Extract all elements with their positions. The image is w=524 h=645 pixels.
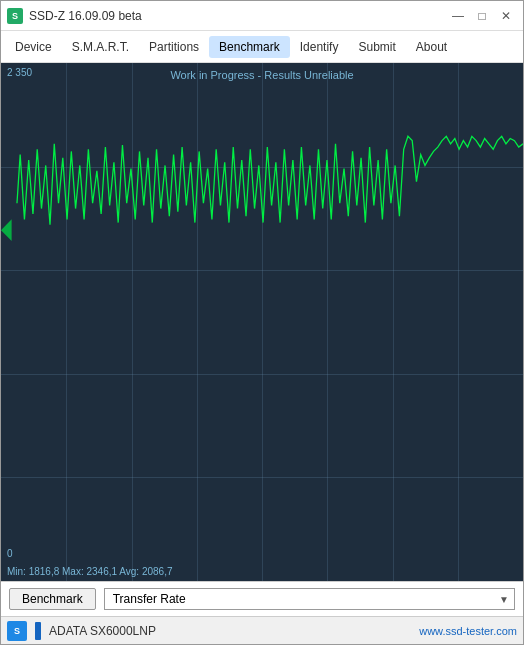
titlebar: S SSD-Z 16.09.09 beta — □ ✕ [1,1,523,31]
menu-item-benchmark[interactable]: Benchmark [209,36,290,58]
menubar: Device S.M.A.R.T. Partitions Benchmark I… [1,31,523,63]
app-icon: S [7,8,23,24]
chart-y-bottom-label: 0 [7,548,13,559]
drive-name: ADATA SX6000LNP [49,624,156,638]
status-app-icon: S [7,621,27,641]
benchmark-controls: Benchmark Transfer Rate Access Time Burs… [1,581,523,616]
drive-indicator [35,622,41,640]
close-button[interactable]: ✕ [495,5,517,27]
chart-area: Work in Progress - Results Unreliable 2 … [1,63,523,581]
menu-item-submit[interactable]: Submit [348,36,405,58]
benchmark-button[interactable]: Benchmark [9,588,96,610]
menu-item-identify[interactable]: Identify [290,36,349,58]
titlebar-controls: — □ ✕ [447,5,517,27]
statusbar: S ADATA SX6000LNP www.ssd-tester.com [1,616,523,644]
minimize-button[interactable]: — [447,5,469,27]
titlebar-left: S SSD-Z 16.09.09 beta [7,8,142,24]
benchmark-mode-select[interactable]: Transfer Rate Access Time Burst Rate [104,588,515,610]
menu-item-device[interactable]: Device [5,36,62,58]
chart-stats: Min: 1816,8 Max: 2346,1 Avg: 2086,7 [7,566,173,577]
menu-item-partitions[interactable]: Partitions [139,36,209,58]
website-label: www.ssd-tester.com [419,625,517,637]
menu-item-about[interactable]: About [406,36,457,58]
svg-marker-0 [1,219,12,241]
menu-item-smart[interactable]: S.M.A.R.T. [62,36,139,58]
main-window: S SSD-Z 16.09.09 beta — □ ✕ Device S.M.A… [0,0,524,645]
maximize-button[interactable]: □ [471,5,493,27]
chart-svg [1,63,523,559]
window-title: SSD-Z 16.09.09 beta [29,9,142,23]
transfer-rate-select-wrapper: Transfer Rate Access Time Burst Rate ▼ [104,588,515,610]
